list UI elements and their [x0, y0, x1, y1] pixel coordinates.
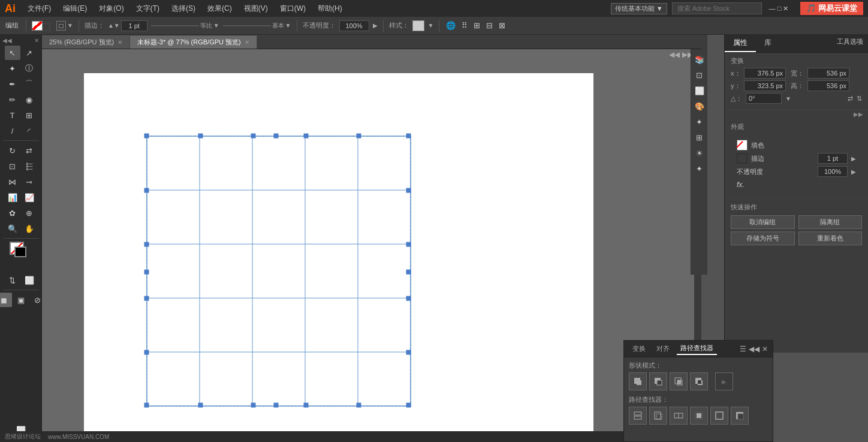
hand-tool[interactable]: ✋ [22, 221, 37, 236]
flip-v-icon[interactable]: ⇅ [857, 95, 862, 103]
swap-colors-icon[interactable]: ⇅ [5, 273, 20, 287]
pf-outline[interactable] [710, 407, 728, 425]
menu-text[interactable]: 文字(T) [134, 2, 162, 15]
width-input[interactable] [807, 68, 849, 79]
arrange-icon[interactable]: ⊠ [498, 20, 507, 31]
type-tool[interactable]: T [5, 108, 20, 122]
pf-collapse[interactable]: ◀◀ [749, 345, 760, 353]
zoom-tool[interactable]: 🔍 [5, 221, 20, 236]
direct-select-tool[interactable]: ↗ [22, 46, 37, 60]
swatches-icon[interactable]: 🎨 [693, 100, 706, 113]
tab-1-close[interactable]: ✕ [117, 39, 122, 46]
menu-edit[interactable]: 编辑(E) [61, 2, 89, 15]
lasso-tool[interactable]: ⓛ [22, 61, 37, 76]
shape-minus-front[interactable] [649, 372, 667, 390]
arc-tool[interactable]: ◜ [22, 124, 37, 138]
stroke-more[interactable]: ▶ [851, 155, 856, 162]
isolate-btn[interactable]: 隔离组 [798, 215, 863, 229]
pf-divide[interactable] [629, 407, 647, 425]
brush-tool[interactable]: ✏ [5, 92, 20, 107]
save-symbol-btn[interactable]: 存储为符号 [731, 231, 795, 245]
pf-menu-icon[interactable]: ☰ [740, 345, 746, 353]
tab-1[interactable]: 25% (RGB/GPU 预览) ✕ [42, 35, 130, 49]
shear-tool[interactable]: ⬱ [22, 159, 37, 173]
grid-tool[interactable]: ⊞ [22, 108, 37, 122]
flip-icon[interactable]: ⇄ [848, 95, 853, 103]
menu-window[interactable]: 窗口(W) [278, 2, 308, 15]
tab-libraries[interactable]: 库 [756, 35, 780, 52]
menu-help[interactable]: 帮助(H) [315, 2, 345, 15]
tab-properties[interactable]: 属性 [725, 35, 756, 52]
pf-minus-back[interactable] [731, 407, 749, 425]
fill-swatch[interactable] [737, 140, 748, 151]
rotate-tool[interactable]: ↻ [5, 143, 20, 158]
opacity-value-input[interactable] [818, 166, 848, 177]
more-options[interactable]: ▶▶ [725, 110, 868, 119]
shape-intersect[interactable] [670, 372, 688, 390]
symbols-icon[interactable]: ✦ [693, 115, 706, 128]
width-tool[interactable]: ⊸ [22, 175, 37, 189]
default-colors-icon[interactable]: ⬜ [22, 273, 37, 287]
x-input[interactable] [744, 68, 786, 79]
menu-view[interactable]: 视图(V) [242, 2, 270, 15]
graphic-styles-icon[interactable]: ⊞ [693, 131, 706, 144]
column-graph-tool[interactable]: 📈 [22, 190, 37, 205]
height-input[interactable] [807, 80, 849, 91]
stroke-color[interactable] [14, 246, 26, 257]
shape-unite[interactable] [629, 372, 647, 390]
fill-color-box[interactable] [32, 21, 43, 31]
symbol-sprayer[interactable]: ✿ [5, 206, 20, 220]
pf-tab-pathfinder[interactable]: 路径查找器 [677, 342, 717, 355]
angle-input[interactable] [746, 93, 782, 104]
stroke-width-input[interactable] [818, 153, 848, 164]
transform-icon[interactable]: ⊞ [472, 20, 481, 31]
tool-options-btn[interactable]: 工具选项 [832, 35, 868, 52]
stroke-style-dropdown[interactable]: 等比 ▼ [151, 22, 219, 30]
stroke-swatch[interactable] [737, 153, 748, 164]
blob-tool[interactable]: ◉ [22, 92, 37, 107]
pf-crop[interactable] [690, 407, 708, 425]
expand-left-icon[interactable]: ◀◀ [669, 50, 680, 59]
menu-object[interactable]: 对象(O) [97, 2, 126, 15]
color-mode-icon[interactable]: ◼ [0, 293, 12, 307]
artboards-icon[interactable]: ⬜ [693, 84, 706, 97]
gradient-icon[interactable]: ▣ [13, 293, 29, 307]
stroke-shape[interactable]: □ ▼ [56, 21, 73, 31]
line-tool[interactable]: / [5, 124, 20, 138]
pf-tab-transform[interactable]: 变换 [629, 343, 649, 354]
stroke-stepper[interactable]: ▲▼ [108, 20, 147, 31]
opacity-more[interactable]: ▶ [851, 169, 856, 175]
ungroup-btn[interactable]: 取消编组 [731, 215, 795, 229]
tab-2[interactable]: 未标题-3* @ 77% (RGB/GPU 预览) ✕ [130, 35, 257, 49]
menu-file[interactable]: 文件(F) [25, 2, 53, 15]
workspace-mode[interactable]: 传统基本功能 ▼ [611, 3, 667, 14]
pf-close-btn[interactable]: ✕ [762, 345, 768, 353]
menu-select[interactable]: 选择(S) [169, 2, 198, 15]
curvature-tool[interactable]: ⌒ [22, 77, 37, 91]
reflect-tool[interactable]: ⇄ [22, 143, 37, 158]
angle-dropdown[interactable]: ▼ [785, 95, 791, 102]
none-icon[interactable]: ⊘ [30, 293, 46, 307]
graph-tool[interactable]: 📊 [5, 190, 20, 205]
style-swatch[interactable] [412, 20, 424, 31]
stroke-input[interactable] [121, 20, 147, 31]
search-stock[interactable] [672, 2, 762, 14]
warp-tool[interactable]: ⋈ [5, 175, 20, 189]
align-icon[interactable]: ⊟ [485, 20, 494, 31]
opacity-input[interactable] [339, 20, 369, 31]
symbol-shifter[interactable]: ⊕ [22, 206, 37, 220]
libraries-icon[interactable]: 📚 [693, 53, 706, 66]
select-tool[interactable]: ↖ [5, 46, 20, 60]
tab-2-close[interactable]: ✕ [245, 39, 249, 46]
canvas-area[interactable]: ◀◀ ▶▶ [42, 49, 701, 442]
shape-apply[interactable]: ▶ [715, 372, 733, 390]
pf-trim[interactable] [649, 407, 667, 425]
pf-merge[interactable] [670, 407, 688, 425]
star-icon[interactable]: ✦ [693, 162, 706, 175]
shape-exclude[interactable] [690, 372, 708, 390]
pen-tool[interactable]: ✒ [5, 77, 20, 91]
layers-icon[interactable]: ⊡ [693, 68, 706, 82]
y-input[interactable] [744, 80, 786, 91]
scale-tool[interactable]: ⊡ [5, 159, 20, 173]
menu-effect[interactable]: 效果(C) [205, 2, 234, 15]
